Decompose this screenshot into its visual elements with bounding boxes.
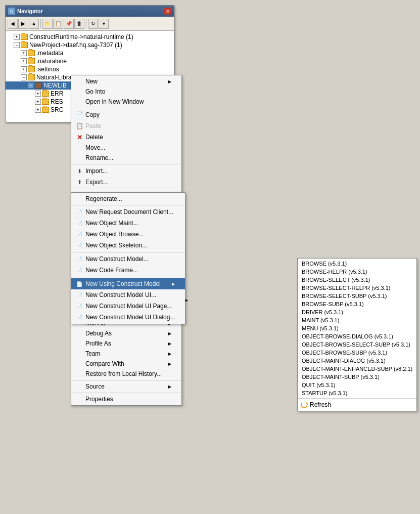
folder-icon-res <box>42 99 49 105</box>
arrow-profile-as: ▶ <box>163 341 171 346</box>
model-list-item-object-browse-subp[interactable]: OBJECT-BROWSE-SUBP (v5.3.1) <box>298 349 416 357</box>
menu-item-new-object-browse[interactable]: 📄 New Object Browse... <box>71 229 185 240</box>
new-construct-model-ui-dialog-icon: 📄 <box>75 313 83 321</box>
title-bar: N Navigator ✕ <box>6 6 174 17</box>
menu-item-new-using-construct[interactable]: 📄 New Using Construct Model ▶ <box>71 278 185 289</box>
menu-item-new[interactable]: New ▶ <box>71 76 181 87</box>
expand-settings[interactable]: + <box>21 66 27 72</box>
menu-item-paste[interactable]: 📋 Paste <box>71 120 181 132</box>
close-button[interactable]: ✕ <box>164 8 171 15</box>
tree-label-naturalone: .naturalone <box>36 58 67 65</box>
menu-item-new-construct-model-ui-dialog[interactable]: 📄 New Construct Model UI Dialog... <box>71 312 185 323</box>
menu2-sep-1 <box>71 205 185 205</box>
tree-item-naturalone[interactable]: + .naturalone <box>6 57 174 65</box>
menu-item-new-construct-model-ui[interactable]: 📄 New Construct Model UI... <box>71 289 185 301</box>
menu-item-move[interactable]: Move... <box>71 143 181 153</box>
model-list-item-object-maint-dialog[interactable]: OBJECT-MAINT-DIALOG (v5.3.1) <box>298 357 416 365</box>
menu-item-rename[interactable]: Rename... <box>71 153 181 163</box>
delete-button[interactable]: 🗑 <box>74 19 84 29</box>
model-list-item-driver[interactable]: DRIVER (v5.3.1) <box>298 308 416 316</box>
menu-item-new-code-frame[interactable]: 📄 New Code Frame... <box>71 265 185 276</box>
menu-item-new-construct-model-ui-page[interactable]: 📄 New Construct Model UI Page... <box>71 301 185 312</box>
model-list-item-startup[interactable]: STARTUP (v5.3.1) <box>298 389 416 397</box>
model-list-item-browse[interactable]: BROWSE (v5.3.1) <box>298 260 416 268</box>
model-list-item-browse-select-subp[interactable]: BROWSE-SELECT-SUBP (v5.3.1) <box>298 292 416 300</box>
model-list-item-object-browse-dialog[interactable]: OBJECT-BROWSE-DIALOG (v5.3.1) <box>298 332 416 340</box>
expand-src[interactable]: + <box>35 107 41 113</box>
menu-item-restore[interactable]: Restore from Local History... <box>71 369 181 379</box>
tree-item-new-project[interactable]: − NewProject->daef.hq.sag-7307 (1) <box>6 41 174 49</box>
new-folder-button[interactable]: 📁 <box>42 19 53 29</box>
new-construct-model-ui-page-icon: 📄 <box>75 302 83 310</box>
menu-item-new-request-doc[interactable]: 📄 New Request Document Client... <box>71 206 185 218</box>
model-list-item-quit[interactable]: QUIT (v5.3.1) <box>298 381 416 389</box>
arrow-team: ▶ <box>163 352 171 356</box>
expand-metadata[interactable]: + <box>21 50 27 56</box>
model-list-item-maint[interactable]: MAINT (v5.3.1) <box>298 316 416 324</box>
model-list-refresh[interactable]: Refresh <box>298 400 416 410</box>
tree-label-newlib: NEWLIB <box>43 82 67 89</box>
menu-item-new-object-skeleton[interactable]: 📄 New Object Skeleton... <box>71 240 185 251</box>
expand-natural-libraries[interactable]: − <box>21 74 27 80</box>
toolbar-sep-2 <box>86 19 86 28</box>
menu-item-new-object-maint[interactable]: 📄 New Object Maint... <box>71 218 185 229</box>
tree-item-settings[interactable]: + .settinos <box>6 65 174 73</box>
menu-item-new-construct-model[interactable]: 📄 New Construct Model... <box>71 253 185 265</box>
copy-button[interactable]: 📋 <box>53 19 63 29</box>
folder-icon-naturalone <box>28 58 35 64</box>
model-list-item-object-maint-enhanced-subp[interactable]: OBJECT-MAINT-ENHANCED-SUBP (v8.2.1) <box>298 365 416 373</box>
paste-button[interactable]: 📌 <box>64 19 74 29</box>
menu2-sep-3 <box>71 277 185 277</box>
menu-item-profile-as[interactable]: Profile As ▶ <box>71 338 181 349</box>
expand-construct-runtime[interactable]: + <box>14 34 20 40</box>
expand-naturalone[interactable]: + <box>21 58 27 64</box>
model-refresh-icon <box>301 401 308 408</box>
menu-item-copy[interactable]: 📄 Copy <box>71 109 181 120</box>
menu-item-open-new-window[interactable]: Open in New Window <box>71 97 181 107</box>
arrow-source: ▶ <box>163 384 171 389</box>
menu-item-import[interactable]: ⬇ Import... <box>71 165 181 177</box>
arrow-debug-as: ▶ <box>163 331 171 336</box>
refresh-toolbar-button[interactable]: ↻ <box>88 19 98 29</box>
model-list-item-browse-helpr[interactable]: BROWSE-HELPR (v5.3.1) <box>298 268 416 276</box>
tree-item-metadata[interactable]: + .metadata <box>6 49 174 57</box>
expand-newlib[interactable]: − <box>28 82 34 89</box>
menu-item-export[interactable]: ⬆ Export... <box>71 177 181 188</box>
expand-err[interactable]: + <box>35 91 41 97</box>
model-list-item-browse-select[interactable]: BROWSE-SELECT (v5.3.1) <box>298 276 416 284</box>
expand-res[interactable]: + <box>35 99 41 105</box>
menu-item-source[interactable]: Source ▶ <box>71 381 181 392</box>
model-list-item-menu[interactable]: MENU (v5.3.1) <box>298 324 416 332</box>
model-list-separator <box>298 398 416 399</box>
arrow-compare-with: ▶ <box>163 362 171 366</box>
tree-label-new-project: NewProject->daef.hq.sag-7307 (1) <box>29 41 122 49</box>
model-list-item-object-browse-select-subp[interactable]: OBJECT-BROWSE-SELECT-SUBP (v5.3.1) <box>298 340 416 349</box>
menu-sep-9 <box>71 380 181 380</box>
model-refresh-label: Refresh <box>310 401 331 408</box>
new-construct-model-ui-icon: 📄 <box>75 291 83 299</box>
menu-item-team[interactable]: Team ▶ <box>71 349 181 359</box>
folder-icon-construct-runtime <box>21 34 28 40</box>
tree-item-construct-runtime[interactable]: + ConstructRuntime->natural-runtime (1) <box>6 33 174 41</box>
tree-label-settings: .settinos <box>36 66 59 73</box>
lib-icon-newlib <box>35 82 42 89</box>
folder-icon-settings <box>28 66 35 72</box>
menu-item-debug-as[interactable]: Debug As ▶ <box>71 328 181 338</box>
back-button[interactable]: ◀ <box>8 19 18 29</box>
menu-sep-10 <box>71 393 181 393</box>
up-button[interactable]: ▲ <box>29 19 39 29</box>
menu-item-regenerate[interactable]: Regenerate... <box>71 194 185 204</box>
menu-item-go-into[interactable]: Go Into <box>71 87 181 97</box>
model-list-item-object-maint-subp[interactable]: OBJECT-MAINT-SUBP (v5.3.1) <box>298 373 416 381</box>
menu-item-delete[interactable]: ✕ Delete <box>71 132 181 143</box>
new-request-doc-icon: 📄 <box>75 208 83 216</box>
dropdown-button[interactable]: ▾ <box>99 19 109 29</box>
menu-item-compare-with[interactable]: Compare With ▶ <box>71 359 181 369</box>
tree-label-err: ERR <box>51 90 63 97</box>
model-list-item-browse-select-helpr[interactable]: BROWSE-SELECT-HELPR (v5.3.1) <box>298 284 416 292</box>
toolbar: ◀ ▶ ▲ 📁 📋 📌 🗑 ↻ ▾ <box>6 17 174 31</box>
forward-button[interactable]: ▶ <box>18 19 28 29</box>
expand-new-project[interactable]: − <box>14 42 20 48</box>
menu-item-properties[interactable]: Properties <box>71 394 181 404</box>
model-list-item-browse-subp[interactable]: BROWSE-SUBP (v5.3.1) <box>298 300 416 308</box>
